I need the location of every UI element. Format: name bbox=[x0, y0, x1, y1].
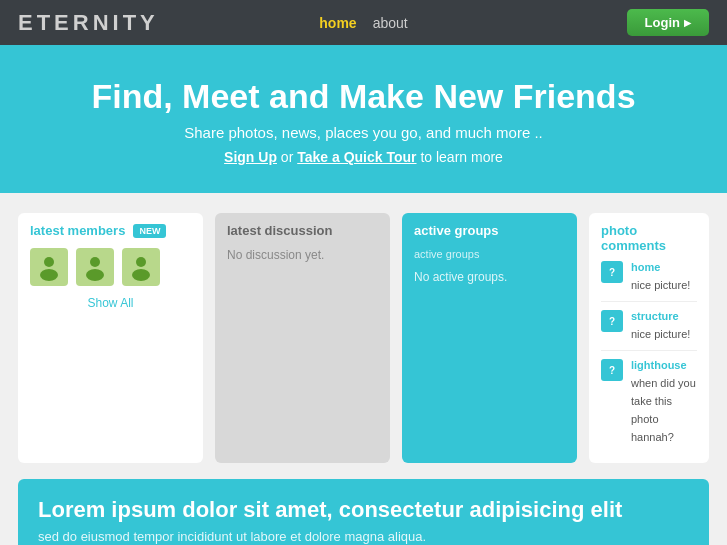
comments-title: photo comments bbox=[601, 223, 697, 253]
nav-about-link[interactable]: about bbox=[373, 15, 408, 31]
signup-link[interactable]: Sign Up bbox=[224, 149, 277, 165]
panel-photo-comments: photo comments ? home nice picture! ? st… bbox=[589, 213, 709, 463]
panel-latest-discussion: latest discussion No discussion yet. bbox=[215, 213, 390, 463]
comment-body-3: when did you take this photo hannah? bbox=[631, 377, 696, 443]
panel-active-groups: active groups active groups No active gr… bbox=[402, 213, 577, 463]
svg-point-1 bbox=[40, 269, 58, 281]
footer-banner: Lorem ipsum dolor sit amet, consectetur … bbox=[18, 479, 709, 545]
panels-row: latest members NEW bbox=[18, 213, 709, 463]
svg-point-4 bbox=[136, 257, 146, 267]
comment-link-2[interactable]: structure bbox=[631, 310, 697, 322]
comment-thumb-3: ? bbox=[601, 359, 623, 381]
hero-cta: Sign Up or Take a Quick Tour to learn mo… bbox=[20, 149, 707, 165]
groups-subtitle: active groups bbox=[414, 248, 565, 260]
comment-text-3: lighthouse when did you take this photo … bbox=[631, 359, 697, 445]
new-badge: NEW bbox=[133, 224, 166, 238]
svg-point-0 bbox=[44, 257, 54, 267]
member-avatar-1[interactable] bbox=[30, 248, 68, 286]
hero-cta-suffix: to learn more bbox=[417, 149, 503, 165]
show-all-link[interactable]: Show All bbox=[30, 296, 191, 310]
comment-text-1: home nice picture! bbox=[631, 261, 697, 293]
comment-link-1[interactable]: home bbox=[631, 261, 697, 273]
hero-title: Find, Meet and Make New Friends bbox=[20, 77, 707, 116]
nav-links: home about bbox=[319, 15, 407, 31]
hero-section: Find, Meet and Make New Friends Share ph… bbox=[0, 45, 727, 193]
comment-item-2: ? structure nice picture! bbox=[601, 310, 697, 351]
member-avatar-3[interactable] bbox=[122, 248, 160, 286]
footer-banner-subtitle: sed do eiusmod tempor incididunt ut labo… bbox=[38, 529, 689, 544]
groups-title: active groups bbox=[414, 223, 499, 238]
discussion-header: latest discussion bbox=[227, 223, 378, 238]
comment-link-3[interactable]: lighthouse bbox=[631, 359, 697, 371]
comment-text-2: structure nice picture! bbox=[631, 310, 697, 342]
members-header: latest members NEW bbox=[30, 223, 191, 238]
comment-item-3: ? lighthouse when did you take this phot… bbox=[601, 359, 697, 453]
discussion-title: latest discussion bbox=[227, 223, 332, 238]
member-avatar-2[interactable] bbox=[76, 248, 114, 286]
navbar: ETERNITY home about Login bbox=[0, 0, 727, 45]
hero-cta-or: or bbox=[277, 149, 297, 165]
groups-empty: No active groups. bbox=[414, 270, 565, 284]
groups-header: active groups bbox=[414, 223, 565, 238]
login-button[interactable]: Login bbox=[627, 9, 709, 36]
hero-subtitle: Share photos, news, places you go, and m… bbox=[20, 124, 707, 141]
footer-banner-title: Lorem ipsum dolor sit amet, consectetur … bbox=[38, 497, 689, 523]
svg-point-5 bbox=[132, 269, 150, 281]
comment-thumb-2: ? bbox=[601, 310, 623, 332]
tour-link[interactable]: Take a Quick Tour bbox=[297, 149, 416, 165]
members-title: latest members bbox=[30, 223, 125, 238]
comment-body-1: nice picture! bbox=[631, 279, 690, 291]
member-avatars bbox=[30, 248, 191, 286]
nav-home-link[interactable]: home bbox=[319, 15, 356, 31]
comment-thumb-1: ? bbox=[601, 261, 623, 283]
site-logo: ETERNITY bbox=[18, 10, 159, 36]
discussion-empty: No discussion yet. bbox=[227, 248, 378, 262]
main-content: latest members NEW bbox=[0, 193, 727, 545]
svg-point-2 bbox=[90, 257, 100, 267]
svg-point-3 bbox=[86, 269, 104, 281]
comment-item-1: ? home nice picture! bbox=[601, 261, 697, 302]
comment-body-2: nice picture! bbox=[631, 328, 690, 340]
panel-latest-members: latest members NEW bbox=[18, 213, 203, 463]
